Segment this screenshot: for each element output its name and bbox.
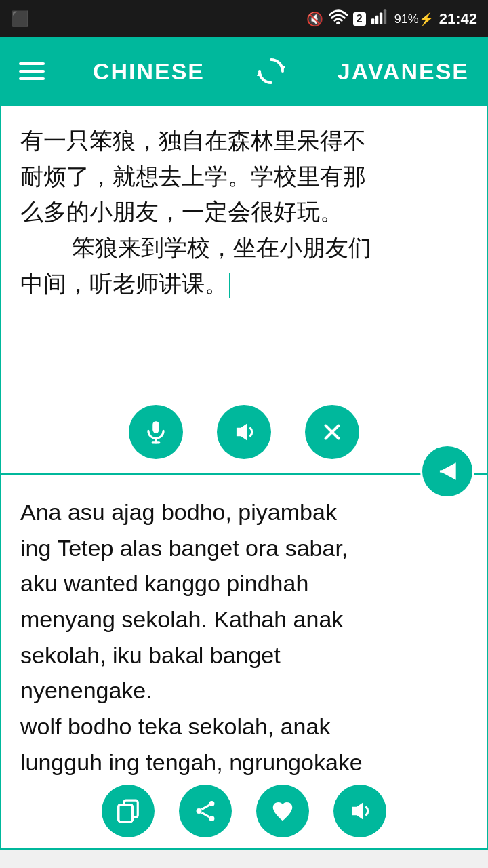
svg-rect-2 [375, 16, 378, 24]
source-controls [1, 405, 487, 459]
text-cursor [229, 273, 230, 298]
svg-line-19 [201, 805, 209, 809]
status-bar-right: 🔇 2 91%⚡ 21:42 [306, 9, 477, 28]
microphone-button[interactable] [129, 405, 183, 459]
wifi-icon [329, 9, 348, 28]
favorite-button[interactable] [256, 785, 309, 837]
svg-marker-21 [352, 802, 363, 819]
svg-point-18 [209, 816, 215, 821]
source-language-label: CHINESE [93, 58, 205, 85]
svg-rect-4 [384, 9, 386, 24]
time-display: 21:42 [439, 10, 477, 28]
status-bar: ⬛ 🔇 2 91%⚡ 21:42 [0, 0, 488, 37]
target-panel: Ana asu ajag bodho, piyambak ing Tetep a… [0, 474, 488, 850]
signal-icon [371, 9, 389, 28]
svg-rect-14 [119, 804, 133, 821]
target-controls [1, 785, 487, 837]
screenshot-icon: ⬛ [11, 10, 29, 28]
svg-point-0 [337, 22, 339, 24]
swap-languages-button[interactable] [253, 53, 289, 90]
speak-source-button[interactable] [217, 405, 271, 459]
mute-icon: 🔇 [306, 11, 323, 27]
menu-button[interactable] [19, 62, 45, 80]
copy-button[interactable] [102, 785, 155, 837]
status-bar-left: ⬛ [11, 10, 29, 28]
sim-badge: 2 [353, 12, 366, 26]
svg-rect-1 [371, 18, 374, 24]
svg-rect-3 [380, 13, 382, 24]
source-text: 有一只笨狼，独自在森林里呆得不 耐烦了，就想去上学。学校里有那 么多的小朋友，一… [20, 123, 468, 301]
source-panel: 有一只笨狼，独自在森林里呆得不 耐烦了，就想去上学。学校里有那 么多的小朋友，一… [0, 105, 488, 474]
svg-rect-5 [152, 421, 159, 433]
share-button[interactable] [179, 785, 232, 837]
translate-button[interactable] [420, 444, 474, 498]
svg-point-17 [197, 808, 202, 814]
target-language-label: JAVANESE [338, 58, 469, 85]
clear-button[interactable] [305, 405, 359, 459]
battery-indicator: 91%⚡ [394, 12, 434, 26]
svg-marker-8 [237, 423, 247, 440]
svg-line-20 [201, 812, 209, 816]
toolbar: CHINESE JAVANESE [0, 37, 488, 105]
svg-point-16 [209, 800, 215, 806]
target-text: Ana asu ajag bodho, piyambak ing Tetep a… [20, 494, 468, 781]
speak-target-button[interactable] [333, 785, 386, 837]
